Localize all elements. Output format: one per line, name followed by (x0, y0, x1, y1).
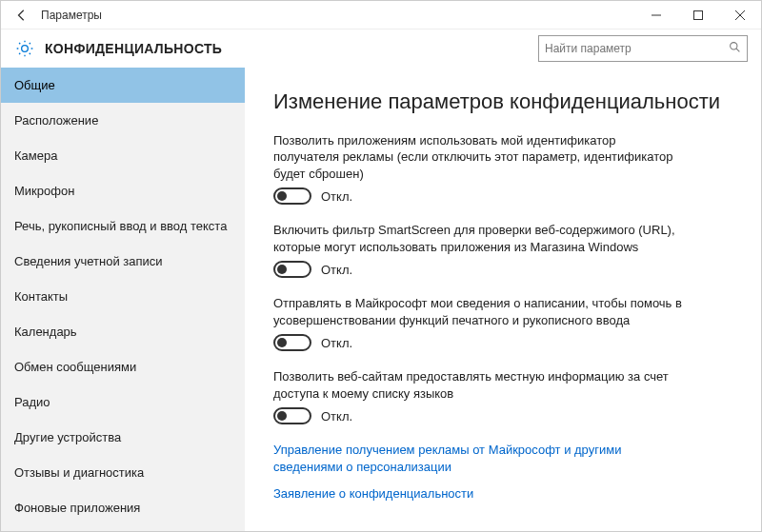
sidebar-item[interactable]: Контакты (1, 279, 245, 314)
toggle-state-label: Откл. (321, 263, 352, 277)
search-box[interactable] (538, 35, 748, 62)
close-button[interactable] (719, 1, 761, 30)
setting-description: Позволить веб-сайтам предоставлять местн… (273, 368, 683, 402)
setting-description: Включить фильтр SmartScreen для проверки… (273, 222, 683, 255)
sidebar-item[interactable]: Общие (1, 68, 245, 103)
search-icon (729, 41, 741, 56)
sidebar-item[interactable]: Календарь (1, 314, 245, 349)
content-pane: Изменение параметров конфиденциальности … (245, 68, 761, 532)
toggle-switch[interactable] (273, 407, 311, 424)
sidebar-item[interactable]: Речь, рукописный ввод и ввод текста (1, 208, 245, 244)
maximize-button[interactable] (677, 1, 719, 30)
sidebar-item[interactable]: Обмен сообщениями (1, 349, 245, 384)
sidebar-item[interactable]: Радио (1, 384, 245, 420)
toggle-knob (277, 191, 287, 201)
setting-description: Отправлять в Майкрософт мои сведения о н… (273, 295, 683, 328)
close-icon (735, 10, 745, 20)
minimize-button[interactable] (635, 1, 677, 30)
toggle-knob (277, 265, 287, 274)
svg-point-4 (731, 43, 737, 49)
sidebar-item[interactable]: Сведения учетной записи (1, 244, 245, 279)
sidebar-item[interactable]: Камера (1, 138, 245, 173)
arrow-left-icon (15, 9, 29, 22)
window-controls (635, 1, 761, 30)
back-button[interactable] (10, 4, 33, 27)
toggle-row: Откл. (273, 407, 683, 424)
setting-item: Отправлять в Майкрософт мои сведения о н… (273, 295, 683, 351)
privacy-link[interactable]: Заявление о конфиденциальности (273, 485, 683, 502)
window-title: Параметры (41, 9, 102, 22)
toggle-state-label: Откл. (321, 189, 352, 204)
header: КОНФИДЕНЦИАЛЬНОСТЬ (1, 30, 761, 68)
toggle-row: Откл. (273, 261, 683, 278)
setting-description: Позволить приложениям использовать мой и… (273, 132, 683, 183)
toggle-row: Откл. (273, 187, 683, 205)
page-title: КОНФИДЕНЦИАЛЬНОСТЬ (45, 41, 222, 56)
maximize-icon (693, 10, 703, 20)
svg-line-5 (736, 49, 739, 51)
setting-item: Позволить веб-сайтам предоставлять местн… (273, 368, 683, 424)
toggle-switch[interactable] (273, 261, 311, 278)
toggle-switch[interactable] (273, 187, 311, 205)
settings-gear-icon (14, 38, 35, 59)
titlebar: Параметры (1, 1, 761, 30)
minimize-icon (652, 10, 661, 20)
sidebar-item[interactable]: Микрофон (1, 173, 245, 208)
content-heading: Изменение параметров конфиденциальности (273, 89, 732, 115)
toggle-row: Откл. (273, 334, 683, 351)
toggle-state-label: Откл. (321, 336, 352, 350)
toggle-knob (277, 338, 287, 347)
sidebar: ОбщиеРасположениеКамераМикрофонРечь, рук… (1, 68, 245, 532)
toggle-state-label: Откл. (321, 409, 352, 424)
toggle-knob (277, 411, 287, 421)
sidebar-item[interactable]: Фоновые приложения (1, 490, 245, 525)
setting-item: Позволить приложениям использовать мой и… (273, 132, 683, 206)
search-input[interactable] (545, 42, 723, 55)
sidebar-item[interactable]: Отзывы и диагностика (1, 455, 245, 490)
svg-rect-1 (694, 10, 703, 19)
sidebar-item[interactable]: Расположение (1, 103, 245, 138)
privacy-link[interactable]: Управление получением рекламы от Майкрос… (273, 442, 683, 475)
sidebar-item[interactable]: Другие устройства (1, 420, 245, 455)
setting-item: Включить фильтр SmartScreen для проверки… (273, 222, 683, 278)
toggle-switch[interactable] (273, 334, 311, 351)
